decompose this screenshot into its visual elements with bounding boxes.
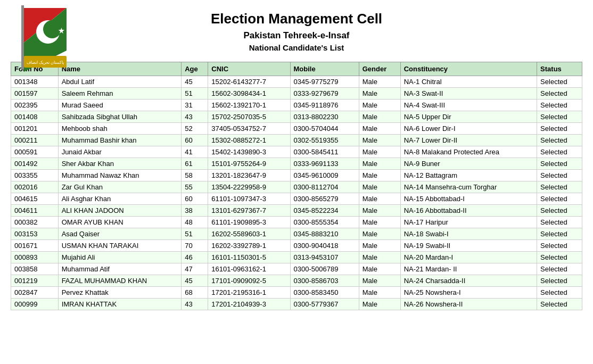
cell-1: Mujahid Ali — [58, 252, 182, 263]
cell-5: Male — [359, 158, 400, 170]
cell-1: Zar Gul Khan — [58, 181, 182, 193]
cell-5: Male — [359, 275, 400, 287]
col-status: Status — [537, 62, 582, 76]
cell-3: 15402-1439890-3 — [208, 146, 290, 158]
cell-7: Selected — [537, 158, 582, 170]
cell-3: 16202-3392789-1 — [208, 240, 290, 252]
cell-6: NA-16 Abbottabad-II — [400, 205, 537, 217]
table-row: 001597Saleem Rehman5115602-3098434-10333… — [11, 88, 582, 100]
cell-5: Male — [359, 217, 400, 228]
cell-3: 17201-2104939-3 — [208, 299, 290, 310]
cell-1: Sahibzada Sibghat Ullah — [58, 111, 182, 123]
cell-2: 51 — [182, 228, 208, 240]
cell-4: 0313-9453107 — [290, 252, 359, 263]
cell-3: 61101-1909895-3 — [208, 217, 290, 228]
cell-7: Selected — [537, 205, 582, 217]
cell-1: OMAR AYUB KHAN — [58, 217, 182, 228]
cell-2: 61 — [182, 158, 208, 170]
cell-7: Selected — [537, 181, 582, 193]
cell-0: 000382 — [11, 217, 59, 228]
cell-7: Selected — [537, 217, 582, 228]
cell-7: Selected — [537, 88, 582, 100]
cell-3: 37405-0534752-7 — [208, 123, 290, 135]
cell-0: 001201 — [11, 123, 59, 135]
cell-0: 003858 — [11, 263, 59, 275]
cell-6: NA-14 Mansehra-cum Torghar — [400, 181, 537, 193]
cell-6: NA-5 Upper Dir — [400, 111, 537, 123]
cell-1: USMAN KHAN TARAKAI — [58, 240, 182, 252]
cell-0: 001408 — [11, 111, 59, 123]
cell-4: 0333-9691133 — [290, 158, 359, 170]
cell-4: 0345-9118976 — [290, 100, 359, 111]
cell-7: Selected — [537, 123, 582, 135]
cell-2: 38 — [182, 205, 208, 217]
cell-3: 15101-9755264-9 — [208, 158, 290, 170]
table-row: 000999IMRAN KHATTAK4317201-2104939-30300… — [11, 299, 582, 310]
col-age: Age — [182, 62, 208, 76]
cell-4: 0300-9040418 — [290, 240, 359, 252]
cell-1: IMRAN KHATTAK — [58, 299, 182, 310]
cell-6: NA-1 Chitral — [400, 76, 537, 88]
cell-2: 70 — [182, 240, 208, 252]
cell-3: 16101-1150301-5 — [208, 252, 290, 263]
col-mobile: Mobile — [290, 62, 359, 76]
cell-1: Junaid Akbar — [58, 146, 182, 158]
cell-0: 001348 — [11, 76, 59, 88]
cell-1: Ali Asghar Khan — [58, 193, 182, 205]
cell-3: 15602-3098434-1 — [208, 88, 290, 100]
cell-7: Selected — [537, 299, 582, 310]
cell-1: FAZAL MUHAMMAD KHAN — [58, 275, 182, 287]
cell-5: Male — [359, 181, 400, 193]
cell-6: NA-19 Swabi-II — [400, 240, 537, 252]
cell-0: 002016 — [11, 181, 59, 193]
cell-7: Selected — [537, 275, 582, 287]
cell-0: 001597 — [11, 88, 59, 100]
cell-2: 51 — [182, 88, 208, 100]
cell-1: Muhammad Nawaz Khan — [58, 170, 182, 181]
cell-2: 68 — [182, 287, 208, 299]
cell-6: NA-18 Swabi-I — [400, 228, 537, 240]
cell-2: 41 — [182, 146, 208, 158]
cell-5: Male — [359, 252, 400, 263]
cell-3: 15602-1392170-1 — [208, 100, 290, 111]
cell-5: Male — [359, 88, 400, 100]
cell-2: 46 — [182, 252, 208, 263]
cell-2: 43 — [182, 299, 208, 310]
cell-2: 45 — [182, 76, 208, 88]
cell-5: Male — [359, 263, 400, 275]
cell-4: 0345-9610009 — [290, 170, 359, 181]
cell-6: NA-8 Malakand Protected Area — [400, 146, 537, 158]
cell-2: 47 — [182, 263, 208, 275]
cell-4: 0345-8522234 — [290, 205, 359, 217]
cell-1: Mehboob shah — [58, 123, 182, 135]
table-row: 003355Muhammad Nawaz Khan5813201-1823647… — [11, 170, 582, 181]
cell-0: 003153 — [11, 228, 59, 240]
cell-6: NA-25 Nowshera-I — [400, 287, 537, 299]
cell-2: 48 — [182, 217, 208, 228]
cell-4: 0300-5779367 — [290, 299, 359, 310]
table-row: 000211Muhammad Bashir khan6015302-088527… — [11, 135, 582, 146]
cell-0: 004615 — [11, 193, 59, 205]
cell-2: 52 — [182, 123, 208, 135]
col-constituency: Constituency — [400, 62, 537, 76]
cell-2: 58 — [182, 170, 208, 181]
table-row: 001219FAZAL MUHAMMAD KHAN4517101-0909092… — [11, 275, 582, 287]
cell-3: 16101-0963162-1 — [208, 263, 290, 275]
table-row: 001492Sher Akbar Khan6115101-9755264-903… — [11, 158, 582, 170]
cell-4: 0300-5704044 — [290, 123, 359, 135]
cell-2: 31 — [182, 100, 208, 111]
cell-6: NA-4 Swat-III — [400, 100, 537, 111]
cell-4: 0345-9775279 — [290, 76, 359, 88]
cell-7: Selected — [537, 193, 582, 205]
cell-5: Male — [359, 193, 400, 205]
cell-0: 001219 — [11, 275, 59, 287]
cell-7: Selected — [537, 287, 582, 299]
cell-6: NA-3 Swat-II — [400, 88, 537, 100]
cell-3: 15302-0885272-1 — [208, 135, 290, 146]
svg-rect-0 — [21, 5, 24, 69]
cell-6: NA-12 Battagram — [400, 170, 537, 181]
cell-4: 0302-5519355 — [290, 135, 359, 146]
cell-0: 000591 — [11, 146, 59, 158]
cell-2: 60 — [182, 135, 208, 146]
table-row: 004611ALI KHAN JADOON3813101-6297367-703… — [11, 205, 582, 217]
